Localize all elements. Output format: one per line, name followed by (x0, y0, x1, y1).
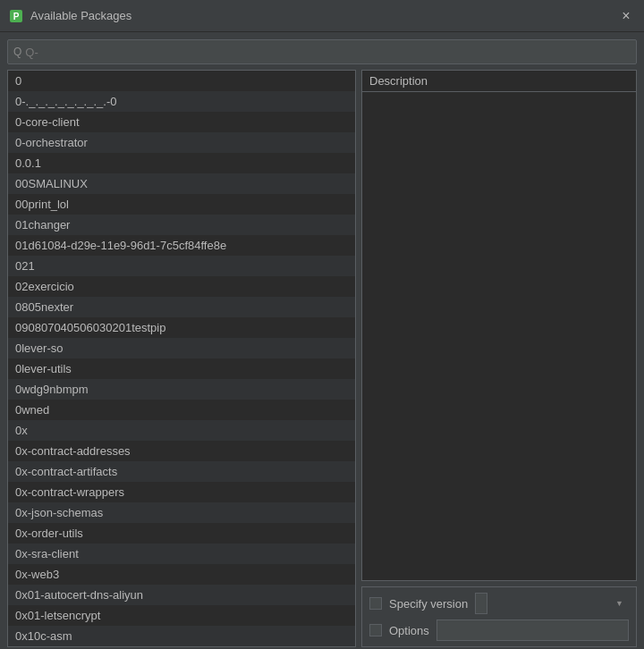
list-item[interactable]: 021 (8, 256, 355, 276)
svg-text:P: P (13, 12, 20, 21)
list-item[interactable]: 0x10c-asm (8, 626, 355, 646)
list-item[interactable]: 01d61084-d29e-11e9-96d1-7c5cf84ffe8e (8, 235, 355, 256)
list-item[interactable]: 00SMALINUX (8, 173, 355, 194)
list-item[interactable]: 0x (8, 420, 355, 441)
list-item[interactable]: 0x-web3 (8, 564, 355, 585)
list-item[interactable]: 0x01-letsencrypt (8, 605, 355, 626)
list-item[interactable]: 0.0.1 (8, 153, 355, 173)
list-item[interactable]: 0x-json-schemas (8, 502, 355, 523)
search-icon: Q (13, 46, 21, 58)
list-item[interactable]: 0-orchestrator (8, 132, 355, 153)
options-row: Options (369, 620, 629, 641)
version-select[interactable] (475, 593, 487, 614)
list-item[interactable]: 0lever-utils (8, 358, 355, 379)
main-content: Q 00-._._._._._._._._.-00-core-client0-o… (0, 32, 644, 649)
specify-version-row: Specify version (369, 593, 629, 614)
list-item[interactable]: 0x-order-utils (8, 523, 355, 544)
list-item[interactable]: 00print_lol (8, 194, 355, 215)
list-item[interactable]: 0x-sra-client (8, 544, 355, 564)
list-item[interactable]: 0805nexter (8, 297, 355, 317)
list-item[interactable]: 0wdg9nbmpm (8, 379, 355, 400)
app-icon: P (9, 9, 23, 23)
description-header: Description (362, 71, 636, 92)
list-item[interactable]: 0 (8, 71, 355, 91)
specify-version-label: Specify version (389, 597, 468, 611)
list-item[interactable]: 0x-contract-addresses (8, 441, 355, 461)
list-item[interactable]: 0-core-client (8, 112, 355, 132)
list-item[interactable]: 0wned (8, 400, 355, 420)
list-item[interactable]: 0-._._._._._._._._.-0 (8, 91, 355, 112)
list-item[interactable]: 0x01-autocert-dns-aliyun (8, 585, 355, 605)
list-item[interactable]: 0x-contract-artifacts (8, 461, 355, 482)
options-input[interactable] (436, 620, 629, 641)
description-panel: Description (361, 70, 637, 581)
description-content (362, 92, 636, 580)
list-item[interactable]: 02exercicio (8, 276, 355, 297)
specify-version-checkbox[interactable] (369, 597, 382, 610)
right-panel: Description Specify version (361, 70, 637, 647)
options-checkbox[interactable] (369, 624, 382, 636)
main-area: 00-._._._._._._._._.-00-core-client0-orc… (7, 70, 637, 647)
package-list-container: 00-._._._._._._._._.-00-core-client0-orc… (7, 70, 356, 647)
search-input[interactable] (25, 46, 631, 59)
title-bar: P Available Packages × (0, 0, 644, 32)
close-button[interactable]: × (617, 7, 635, 25)
search-bar: Q (7, 39, 637, 64)
options-label: Options (389, 624, 429, 637)
list-item[interactable]: 0lever-so (8, 338, 355, 358)
window-title: Available Packages (30, 9, 617, 22)
available-packages-window: P Available Packages × Q 00-._._._._._._… (0, 0, 644, 649)
version-select-wrapper (475, 593, 629, 614)
list-item[interactable]: 090807040506030201testpip (8, 317, 355, 338)
package-list[interactable]: 00-._._._._._._._._.-00-core-client0-orc… (8, 71, 355, 646)
list-item[interactable]: 01changer (8, 215, 355, 235)
options-panel: Specify version Options (361, 586, 637, 647)
list-item[interactable]: 0x-contract-wrappers (8, 482, 355, 502)
